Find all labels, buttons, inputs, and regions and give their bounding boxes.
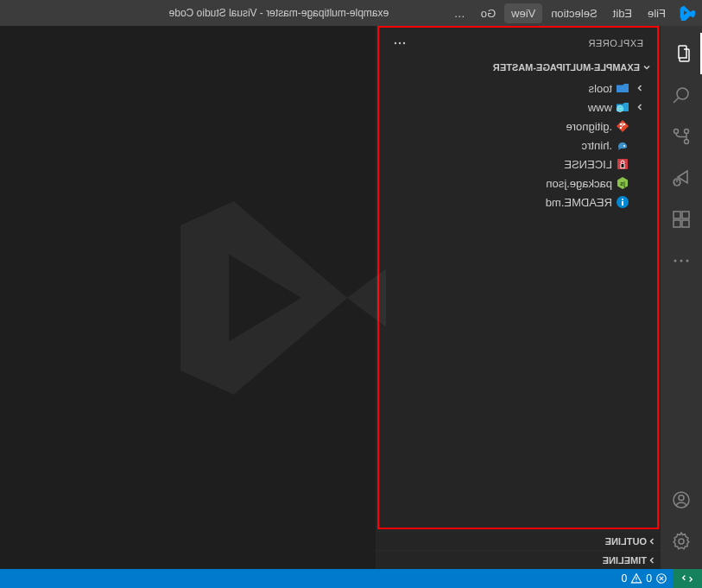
folder-icon bbox=[616, 81, 629, 95]
menu-more[interactable]: … bbox=[447, 3, 472, 23]
activity-settings[interactable] bbox=[661, 521, 702, 562]
outline-label: Outline bbox=[605, 536, 647, 547]
svg-point-9 bbox=[686, 260, 689, 262]
svg-point-0 bbox=[677, 88, 688, 99]
activity-bottom bbox=[661, 479, 702, 562]
activity-run-debug[interactable] bbox=[661, 157, 702, 199]
svg-point-15 bbox=[403, 41, 405, 43]
project-section-header[interactable]: EXAMPLE-MULTIPAGE-MASTER bbox=[379, 58, 657, 77]
svg-rect-5 bbox=[682, 212, 689, 218]
tree-label: package.json bbox=[546, 177, 612, 190]
status-errors-count: 0 bbox=[646, 572, 652, 585]
menu-view[interactable]: View bbox=[504, 3, 542, 23]
vscode-watermark-icon bbox=[168, 177, 410, 419]
chevron-right-icon bbox=[647, 555, 657, 566]
svg-point-28 bbox=[622, 199, 623, 200]
svg-rect-27 bbox=[622, 201, 623, 205]
warning-icon bbox=[630, 572, 642, 585]
ellipsis-icon bbox=[393, 36, 407, 50]
explorer-panel: Explorer EXAMPLE-MULTIPAGE-MASTER tools bbox=[377, 26, 659, 529]
svg-point-10 bbox=[680, 260, 683, 262]
info-icon bbox=[616, 195, 629, 209]
activity-search[interactable] bbox=[661, 74, 702, 116]
activity-extensions[interactable] bbox=[661, 199, 702, 240]
debug-icon bbox=[671, 168, 692, 188]
sidebar: Explorer EXAMPLE-MULTIPAGE-MASTER tools bbox=[376, 26, 661, 569]
svg-rect-6 bbox=[674, 212, 680, 218]
status-remote-button[interactable] bbox=[673, 569, 702, 588]
outline-section-header[interactable]: Outline bbox=[376, 531, 661, 550]
window-title: example-multipage-master - Visual Studio… bbox=[111, 7, 447, 19]
svg-point-11 bbox=[674, 260, 677, 262]
activity-more[interactable] bbox=[661, 240, 702, 281]
tree-item-file[interactable]: .hintrc bbox=[379, 136, 657, 155]
tree-label: LICENSE bbox=[564, 158, 612, 171]
editor-area bbox=[0, 26, 376, 569]
tree-label: www bbox=[588, 101, 612, 114]
tree-item-folder[interactable]: tools bbox=[379, 79, 657, 98]
chevron-right-icon bbox=[633, 103, 647, 111]
license-icon bbox=[616, 157, 629, 171]
activity-accounts[interactable] bbox=[661, 479, 702, 521]
svg-point-16 bbox=[399, 41, 401, 43]
svg-point-22 bbox=[623, 145, 625, 147]
status-warnings-count: 0 bbox=[622, 572, 628, 585]
error-icon bbox=[655, 572, 667, 585]
account-icon bbox=[671, 490, 692, 510]
svg-point-2 bbox=[674, 130, 679, 134]
extensions-icon bbox=[671, 209, 692, 230]
menu-edit[interactable]: Edit bbox=[606, 3, 639, 23]
svg-point-17 bbox=[395, 41, 396, 43]
chevron-right-icon bbox=[647, 536, 657, 547]
tree-label: .hintrc bbox=[582, 139, 612, 152]
menu-bar: File Edit Selection View Go … bbox=[447, 3, 673, 23]
menu-go[interactable]: Go bbox=[474, 3, 503, 23]
sidebar-header: Explorer bbox=[379, 28, 657, 58]
vscode-logo-icon bbox=[680, 5, 695, 21]
project-name: EXAMPLE-MULTIPAGE-MASTER bbox=[493, 62, 640, 73]
tree-item-file[interactable]: README.md bbox=[379, 193, 657, 212]
svg-point-13 bbox=[679, 496, 684, 501]
remote-icon bbox=[681, 572, 693, 585]
ellipsis-icon bbox=[671, 250, 692, 271]
hint-icon bbox=[616, 138, 629, 152]
timeline-label: Timeline bbox=[603, 555, 647, 566]
gear-icon bbox=[671, 531, 692, 552]
chevron-down-icon bbox=[640, 62, 654, 73]
svg-rect-8 bbox=[674, 220, 680, 227]
tree-item-file[interactable]: .gitignore bbox=[379, 117, 657, 136]
folder-globe-icon bbox=[616, 100, 629, 114]
explorer-more-button[interactable] bbox=[393, 36, 407, 50]
tree-label: tools bbox=[589, 82, 612, 95]
tree-label: .gitignore bbox=[566, 120, 612, 133]
file-tree: tools www .gitignore .h bbox=[379, 77, 657, 212]
activity-source-control[interactable] bbox=[661, 116, 702, 157]
title-bar: File Edit Selection View Go … example-mu… bbox=[0, 0, 702, 26]
svg-point-14 bbox=[679, 539, 684, 544]
menu-selection[interactable]: Selection bbox=[544, 3, 604, 23]
tree-item-folder[interactable]: www bbox=[379, 98, 657, 117]
status-problems[interactable]: 0 0 bbox=[617, 569, 673, 588]
svg-point-21 bbox=[620, 123, 622, 125]
files-icon bbox=[671, 43, 692, 64]
git-icon bbox=[616, 119, 629, 133]
main-area: Explorer EXAMPLE-MULTIPAGE-MASTER tools bbox=[0, 26, 702, 569]
activity-explorer[interactable] bbox=[661, 33, 702, 74]
tree-label: README.md bbox=[546, 196, 612, 209]
menu-file[interactable]: File bbox=[641, 3, 673, 23]
nodejs-icon: js bbox=[616, 176, 629, 190]
activity-bar bbox=[661, 26, 702, 569]
search-icon bbox=[671, 85, 692, 105]
chevron-right-icon bbox=[633, 84, 647, 92]
svg-point-3 bbox=[685, 140, 689, 144]
explorer-title: Explorer bbox=[588, 38, 643, 48]
timeline-section-header[interactable]: Timeline bbox=[376, 550, 661, 569]
tree-item-file[interactable]: js package.json bbox=[379, 174, 657, 193]
svg-rect-7 bbox=[682, 220, 689, 227]
svg-point-1 bbox=[685, 130, 689, 134]
tree-item-file[interactable]: LICENSE bbox=[379, 155, 657, 174]
svg-text:js: js bbox=[620, 180, 626, 187]
source-control-icon bbox=[671, 126, 692, 147]
status-bar: 0 0 bbox=[0, 569, 702, 588]
